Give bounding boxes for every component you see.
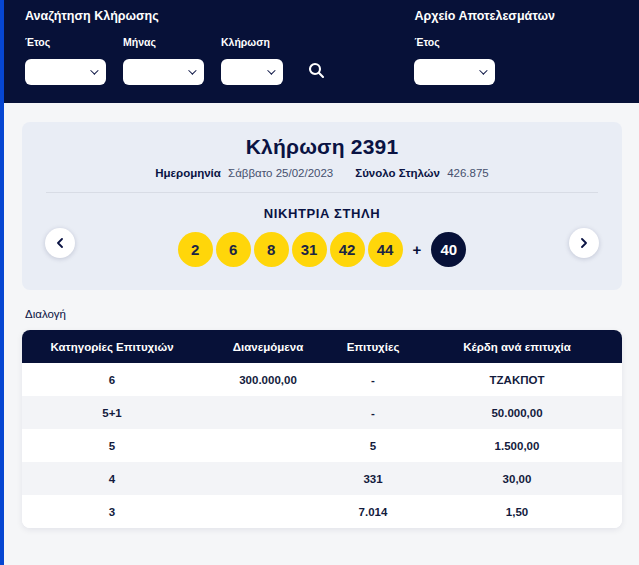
bonus-ball: 40 [431,232,466,267]
plus-sign: + [413,241,422,258]
cell-distributed [202,429,334,462]
cell-distributed: 300.000,00 [202,363,334,396]
number-ball: 31 [292,232,327,267]
number-ball: 6 [216,232,251,267]
table-row: 3 7.014 1,50 [22,495,622,528]
number-ball: 44 [368,232,403,267]
sorting-section-label: Διαλογή [25,308,639,320]
number-ball: 42 [330,232,365,267]
next-draw-button[interactable] [569,228,599,258]
winning-column-title: ΝΙΚΗΤΡΙΑ ΣΤΗΛΗ [22,206,622,221]
cell-category: 5 [22,429,202,462]
draw-date: Ημερομηνία Σάββατο 25/02/2023 [155,167,333,179]
cell-distributed [202,396,334,429]
cell-prize: 1,50 [412,495,622,528]
cell-category: 4 [22,462,202,495]
table-header-row: Κατηγορίες Επιτυχιών Διανεμόμενα Επιτυχί… [22,330,622,363]
number-ball: 2 [178,232,213,267]
field-month: Μήνας [123,36,204,85]
prev-draw-button[interactable] [45,228,75,258]
draw-label: Κλήρωση [221,36,283,48]
cell-winners: 5 [334,429,412,462]
col-header-categories: Κατηγορίες Επιτυχιών [22,330,202,363]
cell-winners: 331 [334,462,412,495]
cell-category: 5+1 [22,396,202,429]
field-year: Έτος [25,36,106,85]
search-block: Αναζήτηση Κλήρωσης Έτος Μήνας Κλήρωση [25,9,325,85]
archive-title: Αρχείο Αποτελεσμάτων [414,9,555,23]
cell-winners: - [334,363,412,396]
col-header-prize: Κέρδη ανά επιτυχία [412,330,622,363]
cell-distributed [202,462,334,495]
divider [46,192,598,193]
draw-meta: Ημερομηνία Σάββατο 25/02/2023 Σύνολο Στη… [22,167,622,179]
month-label: Μήνας [123,36,204,48]
chevron-right-icon [580,236,588,251]
table-row: 4 331 30,00 [22,462,622,495]
archive-year-select[interactable] [414,59,495,85]
field-draw: Κλήρωση [221,36,283,85]
cell-winners: 7.014 [334,495,412,528]
draw-select[interactable] [221,59,283,85]
left-accent-stripe [0,0,4,565]
search-header: Αναζήτηση Κλήρωσης Έτος Μήνας Κλήρωση [0,0,639,103]
table-row: 5+1 - 50.000,00 [22,396,622,429]
cell-winners: - [334,396,412,429]
cell-category: 3 [22,495,202,528]
archive-year-label: Έτος [414,36,555,48]
field-archive-year: Έτος [414,36,555,85]
chevron-down-icon [267,66,275,74]
table-row: 6 300.000,00 - ΤΖΑΚΠΟΤ [22,363,622,396]
columns-value: 426.875 [447,167,489,179]
winning-numbers: 2 6 8 31 42 44 + 40 [22,232,622,267]
year-select[interactable] [25,59,106,85]
columns-label: Σύνολο Στηλών [355,167,440,179]
chevron-down-icon [188,66,196,74]
year-label: Έτος [25,36,106,48]
prize-table-card: Κατηγορίες Επιτυχιών Διανεμόμενα Επιτυχί… [22,330,622,528]
chevron-down-icon [480,66,488,74]
chevron-down-icon [90,66,98,74]
search-title: Αναζήτηση Κλήρωσης [25,9,325,23]
cell-prize: ΤΖΑΚΠΟΤ [412,363,622,396]
number-ball: 8 [254,232,289,267]
cell-prize: 1.500,00 [412,429,622,462]
date-value: Σάββατο 25/02/2023 [228,167,333,179]
table-row: 5 5 1.500,00 [22,429,622,462]
cell-distributed [202,495,334,528]
draw-columns: Σύνολο Στηλών 426.875 [355,167,489,179]
archive-block: Αρχείο Αποτελεσμάτων Έτος [414,9,555,85]
search-icon [308,62,325,82]
search-button[interactable] [308,59,325,85]
cell-prize: 50.000,00 [412,396,622,429]
col-header-distributed: Διανεμόμενα [202,330,334,363]
col-header-winners: Επιτυχίες [334,330,412,363]
date-label: Ημερομηνία [155,167,221,179]
cell-category: 6 [22,363,202,396]
draw-title: Κλήρωση 2391 [22,122,622,159]
draw-result-card: Κλήρωση 2391 Ημερομηνία Σάββατο 25/02/20… [22,122,622,290]
prize-table: Κατηγορίες Επιτυχιών Διανεμόμενα Επιτυχί… [22,330,622,528]
month-select[interactable] [123,59,204,85]
chevron-left-icon [56,236,64,251]
cell-prize: 30,00 [412,462,622,495]
